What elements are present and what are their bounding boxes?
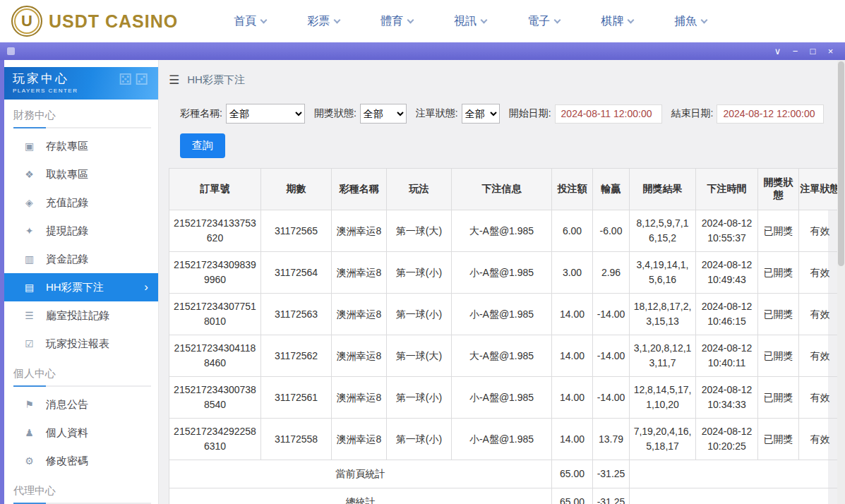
summary-winloss-total: -31.25 — [593, 488, 630, 504]
chevron-down-icon — [554, 16, 561, 23]
table-cell: 2024-08-12 10:34:33 — [696, 377, 758, 419]
table-row: 215217234307751801031172563澳洲幸运8第一球(小)小-… — [169, 294, 841, 335]
column-header: 訂單號 — [169, 169, 261, 210]
sidebar-item-充值記錄[interactable]: ◈ 充值記錄 › — [4, 188, 158, 217]
sidebar-item-label: 玩家投注報表 — [46, 337, 109, 351]
sidebar-item-提現記錄[interactable]: ✦ 提現記錄 › — [4, 217, 158, 245]
table-cell: 2024-08-12 10:20:25 — [696, 419, 758, 460]
logo: U USDT CASINO — [11, 6, 178, 37]
search-button[interactable]: 查詢 — [180, 133, 225, 158]
scrollbar[interactable] — [837, 60, 845, 504]
sidebar-item-label: 個人資料 — [46, 426, 88, 440]
sidebar-item-HH彩票下注[interactable]: ▤ HH彩票下注 › — [4, 273, 158, 301]
table-header-row: 訂單號期數彩種名稱玩法下注信息投注額輸贏開獎結果下注時間開獎狀態注單狀態 — [169, 169, 841, 210]
table-cell: 第一球(小) — [387, 252, 452, 294]
nav-item-視訊[interactable]: 視訊 — [433, 14, 507, 29]
app-window: ∨−□× 玩家中心 PLAYERS CENTER ⚄⚂ 財務中心 ▣ 存款專區 … — [0, 42, 845, 504]
column-header: 輸贏 — [593, 169, 630, 210]
lottery-type-select[interactable]: 全部 — [226, 104, 305, 124]
table-cell: 14.00 — [552, 294, 593, 335]
table-cell: 第一球(小) — [387, 377, 452, 419]
start-date-input[interactable] — [555, 104, 662, 124]
collapse-button[interactable]: ∨ — [769, 42, 786, 60]
recharge-record-icon: ◈ — [23, 197, 35, 208]
maximize-button[interactable]: □ — [804, 42, 822, 60]
nav-item-電子[interactable]: 電子 — [507, 14, 580, 29]
window-titlebar[interactable]: ∨−□× — [0, 42, 845, 60]
nav-item-首頁[interactable]: 首頁 — [213, 14, 287, 29]
table-cell: -14.00 — [593, 377, 630, 419]
table-cell: 14.00 — [552, 335, 593, 377]
chevron-right-icon: › — [144, 280, 148, 294]
close-button[interactable]: × — [822, 42, 839, 60]
chevron-down-icon — [260, 16, 268, 23]
sidebar-item-label: 存款專區 — [46, 140, 88, 153]
sidebar-sections: 財務中心 ▣ 存款專區 › ❖ 取款專區 › ◈ 充值記錄 › ✦ — [4, 100, 158, 504]
bet-table: 訂單號期數彩種名稱玩法下注信息投注額輸贏開獎結果下注時間開獎狀態注單狀態 215… — [169, 168, 841, 504]
sidebar-item-取款專區[interactable]: ❖ 取款專區 › — [4, 160, 158, 188]
sidebar-item-label: 修改密碼 — [46, 455, 88, 468]
sidebar-item-存款專區[interactable]: ▣ 存款專區 › — [4, 132, 158, 160]
nav-item-棋牌[interactable]: 棋牌 — [580, 14, 654, 29]
bet-table-wrap: 訂單號期數彩種名稱玩法下注信息投注額輸贏開獎結果下注時間開獎狀態注單狀態 215… — [169, 168, 828, 504]
announcement-icon: ⚑ — [23, 399, 35, 410]
table-cell: 6.00 — [552, 210, 593, 252]
sidebar-item-資金記錄[interactable]: ▥ 資金記錄 › — [4, 245, 158, 273]
sidebar-item-消息公告[interactable]: ⚑ 消息公告 › — [4, 390, 158, 419]
section-divider — [13, 385, 151, 387]
table-cell: 有效 — [799, 294, 841, 335]
funds-record-icon: ▥ — [23, 253, 35, 265]
dice-decoration-icon: ⚄⚂ — [119, 71, 151, 89]
sidebar-section: 個人中心 ⚑ 消息公告 › ♟ 個人資料 › ⚙ 修改密碼 › — [4, 358, 158, 475]
table-cell: 澳洲幸运8 — [332, 377, 387, 419]
table-cell: 澳洲幸运8 — [332, 252, 387, 294]
table-row: 215217234309839996031172564澳洲幸运8第一球(小)小-… — [169, 252, 841, 294]
nav-item-label: 電子 — [527, 14, 550, 29]
player-bet-report-icon: ☑ — [23, 338, 35, 349]
minimize-button[interactable]: − — [786, 42, 804, 60]
breadcrumb: ☰ HH彩票下注 — [169, 66, 828, 94]
table-cell: 7,19,20,4,16,5,18,17 — [630, 419, 696, 460]
column-header: 下注時間 — [696, 169, 758, 210]
table-cell: 215217234133753620 — [169, 210, 261, 252]
top-nav: 首頁 彩票 體育 視訊 電子 棋牌 捕魚 — [213, 14, 727, 29]
sidebar-item-label: 廳室投註記錄 — [46, 309, 109, 323]
table-row: 215217234292258631031172558澳洲幸运8第一球(小)小-… — [169, 419, 841, 460]
summary-row: 總統計65.00-31.25 — [169, 488, 841, 504]
room-bet-record-icon: ☰ — [23, 310, 35, 321]
table-cell: 小-A盤@1.985 — [452, 419, 552, 460]
table-cell: 31172558 — [261, 419, 332, 460]
table-cell: 2152172343041188460 — [169, 335, 261, 377]
sidebar-item-玩家投注報表[interactable]: ☑ 玩家投注報表 › — [4, 330, 158, 358]
nav-item-label: 首頁 — [234, 14, 256, 29]
sidebar-item-廳室投註記錄[interactable]: ☰ 廳室投註記錄 › — [4, 301, 158, 330]
end-date-input[interactable] — [717, 104, 824, 124]
scrollbar-thumb[interactable] — [838, 61, 844, 266]
table-cell: 2024-08-12 10:55:37 — [696, 210, 758, 252]
section-divider — [13, 127, 151, 128]
nav-item-label: 棋牌 — [601, 14, 623, 29]
table-cell: 第一球(小) — [387, 419, 452, 460]
table-cell: 31172563 — [261, 294, 332, 335]
order-status-select[interactable]: 全部 — [462, 104, 500, 124]
nav-item-體育[interactable]: 體育 — [360, 14, 433, 29]
page-title: HH彩票下注 — [187, 73, 245, 87]
sidebar-item-個人資料[interactable]: ♟ 個人資料 › — [4, 419, 158, 447]
table-cell: 14.00 — [552, 419, 593, 460]
table-cell: 18,12,8,17,2,3,15,13 — [630, 294, 696, 335]
table-cell: 3,1,20,8,12,13,11,7 — [630, 335, 696, 377]
summary-label: 當前頁統計 — [169, 460, 552, 488]
nav-item-捕魚[interactable]: 捕魚 — [654, 14, 727, 29]
hamburger-icon[interactable]: ☰ — [169, 73, 179, 88]
table-cell: 31172565 — [261, 210, 332, 252]
sidebar-item-label: 充值記錄 — [46, 196, 88, 210]
draw-status-select[interactable]: 全部 — [360, 104, 407, 124]
sidebar-item-修改密碼[interactable]: ⚙ 修改密碼 › — [4, 447, 158, 475]
end-date-label: 結束日期: — [671, 107, 714, 120]
table-cell: 已開獎 — [758, 335, 799, 377]
column-header: 彩種名稱 — [332, 169, 387, 210]
table-cell: 有效 — [799, 419, 841, 460]
section-label: 財務中心 — [4, 100, 158, 127]
nav-item-label: 彩票 — [307, 14, 330, 29]
nav-item-彩票[interactable]: 彩票 — [287, 14, 360, 29]
